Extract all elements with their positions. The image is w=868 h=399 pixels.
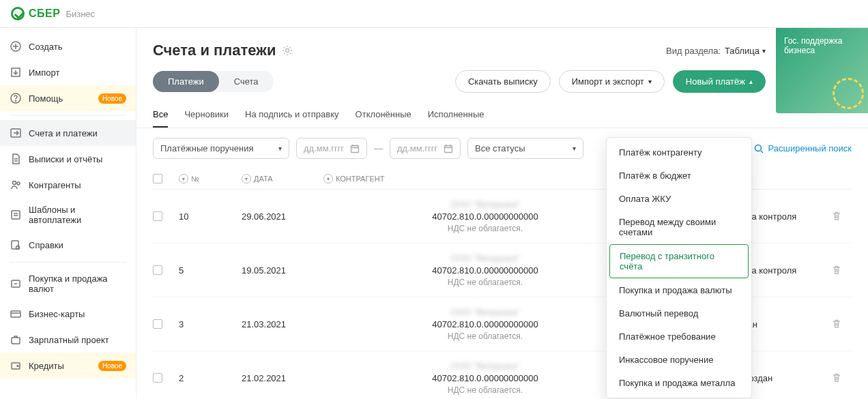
trash-icon[interactable]	[831, 372, 852, 383]
trash-icon[interactable]	[831, 319, 852, 329]
dropdown-item[interactable]: Перевод между своими счетами	[609, 211, 749, 243]
tab-drafts[interactable]: Черновики	[184, 102, 229, 128]
dropdown-item[interactable]: Платёжное требование	[609, 325, 749, 348]
tab-all[interactable]: Все	[153, 102, 168, 128]
sidebar-item-label: Справки	[29, 240, 63, 250]
sidebar-item-label: Создать	[29, 42, 62, 52]
trash-icon[interactable]	[831, 265, 852, 276]
dropdown-item[interactable]: Платёж контрагенту	[609, 141, 749, 164]
dropdown-item[interactable]: Инкассовое поручение	[609, 349, 749, 371]
svg-point-14	[286, 49, 289, 53]
dropdown-item[interactable]: Платёж в бюджет	[609, 164, 749, 187]
dropdown-item[interactable]: Покупка и продажа валюты	[609, 279, 749, 301]
sidebar-item-refs[interactable]: Справки	[0, 232, 136, 258]
segment-payments[interactable]: Платежи	[153, 71, 219, 92]
sort-icon: ▾	[242, 174, 251, 183]
row-checkbox[interactable]	[153, 211, 162, 221]
segment-control: Платежи Счета	[153, 71, 274, 92]
trash-icon[interactable]	[831, 211, 852, 222]
dropdown-item[interactable]: Валютный перевод	[609, 302, 749, 325]
row-checkbox[interactable]	[153, 373, 162, 383]
sidebar-item-label: Выписки и отчёты	[29, 154, 102, 164]
sort-icon: ▾	[323, 174, 333, 183]
chevron-up-icon: ▴	[749, 78, 753, 85]
sidebar-item-label: Счета и платежи	[29, 128, 98, 138]
row-checkbox[interactable]	[153, 265, 162, 275]
advanced-search-link[interactable]: Расширенный поиск	[753, 143, 852, 154]
promo-line1: Гос. поддержка	[784, 36, 860, 46]
dropdown-item[interactable]: Оплата ЖКУ	[609, 188, 749, 210]
sidebar-item-templates[interactable]: Шаблоны и автоплатежи	[0, 198, 136, 232]
badge-new: Новое	[98, 361, 126, 371]
calendar-icon	[444, 144, 453, 153]
status-select[interactable]: Все статусы ▾	[467, 138, 583, 159]
tab-done[interactable]: Исполненные	[428, 102, 484, 128]
row-checkbox[interactable]	[153, 319, 162, 329]
cell-date: 21.03.2021	[242, 319, 310, 329]
doc-type-select[interactable]: Платёжные поручения ▾	[153, 138, 289, 159]
sidebar-item-cards[interactable]: Бизнес-карты	[0, 301, 136, 327]
cell-number: 3	[179, 319, 228, 329]
cell-number: 10	[179, 211, 228, 222]
tab-rejected[interactable]: Отклонённые	[356, 102, 411, 128]
svg-point-2	[16, 101, 16, 102]
logo-brand: СБЕР	[29, 8, 60, 20]
cell-date: 21.02.2021	[242, 373, 310, 383]
sidebar-item-payroll[interactable]: Зарплатный проект	[0, 327, 136, 353]
new-payment-button[interactable]: Новый платёж ▴	[673, 70, 766, 93]
promo-banner[interactable]: Гос. поддержка бизнеса	[776, 28, 868, 113]
status-tabs: Все Черновики На подпись и отправку Откл…	[136, 102, 868, 128]
sidebar-item-label: Шаблоны и автоплатежи	[29, 205, 126, 225]
document-icon	[10, 153, 22, 165]
svg-rect-7	[12, 241, 18, 249]
cell-counterparty: ООО "Ветрушка" 40702.810.0.00000000000 Н…	[323, 253, 647, 287]
search-icon	[753, 143, 764, 154]
dropdown-item[interactable]: Покупка и продажа металла	[609, 372, 749, 394]
divider	[10, 115, 126, 116]
column-status: ус	[742, 175, 818, 183]
sidebar-item-label: Импорт	[29, 68, 59, 78]
range-dash: —	[374, 143, 383, 153]
select-all-checkbox[interactable]	[153, 174, 162, 183]
sidebar-item-help[interactable]: Помощь Новое	[0, 85, 136, 111]
badge-new: Новое	[98, 93, 126, 104]
svg-rect-16	[445, 145, 452, 152]
column-date[interactable]: ▾ДАТА	[242, 174, 310, 183]
dropdown-item[interactable]: Перевод с транзитного счёта	[609, 244, 749, 278]
sort-icon: ▾	[179, 174, 188, 183]
view-select[interactable]: Таблица ▾	[725, 46, 766, 56]
column-counterparty[interactable]: ▾КОНТРАГЕНТ	[323, 174, 647, 183]
sidebar-item-counterparties[interactable]: Контрагенты	[0, 172, 136, 198]
svg-rect-15	[351, 145, 359, 152]
promo-line2: бизнеса	[784, 46, 860, 55]
svg-point-8	[16, 246, 20, 250]
plus-circle-icon	[10, 40, 22, 53]
sidebar-item-label: Покупка и продажа валют	[29, 274, 126, 294]
sidebar-item-import[interactable]: Импорт	[0, 59, 136, 85]
sidebar: Создать Импорт Помощь Новое Счета и плат…	[0, 28, 136, 398]
sidebar-item-create[interactable]: Создать	[0, 33, 136, 59]
cell-status: дан	[742, 319, 818, 329]
column-number[interactable]: ▾№	[179, 174, 228, 183]
tab-to-sign[interactable]: На подпись и отправку	[245, 102, 339, 128]
cell-number: 2	[179, 373, 228, 383]
logo[interactable]: СБЕР Бизнес	[11, 7, 95, 20]
page-title: Счета и платежи	[153, 42, 293, 59]
sidebar-item-statements[interactable]: Выписки и отчёты	[0, 146, 136, 172]
download-statement-button[interactable]: Скачать выписку	[455, 70, 551, 93]
sidebar-item-credits[interactable]: Кредиты Новое	[0, 353, 136, 379]
sidebar-item-label: Кредиты	[29, 361, 64, 371]
sidebar-item-fx[interactable]: Покупка и продажа валют	[0, 267, 136, 301]
gear-icon[interactable]	[281, 44, 293, 57]
segment-accounts[interactable]: Счета	[219, 71, 274, 92]
cell-date: 29.06.2021	[242, 211, 310, 222]
sidebar-item-label: Зарплатный проект	[29, 335, 109, 345]
chevron-down-icon: ▾	[278, 145, 282, 152]
date-to-input[interactable]: дд.мм.гггг	[390, 138, 461, 159]
cell-date: 19.05.2021	[242, 265, 310, 276]
import-export-button[interactable]: Импорт и экспорт ▾	[559, 70, 665, 93]
date-from-input[interactable]: дд.мм.гггг	[296, 138, 367, 159]
svg-rect-6	[12, 211, 20, 219]
sidebar-item-accounts-payments[interactable]: Счета и платежи	[0, 120, 136, 146]
sidebar-item-label: Бизнес-карты	[29, 309, 85, 319]
